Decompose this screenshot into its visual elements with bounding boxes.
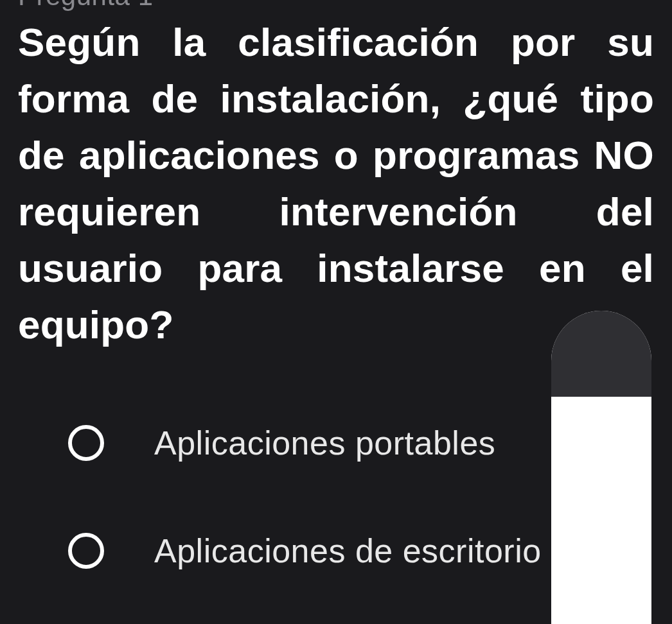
radio-icon [68, 425, 104, 461]
option-label: Aplicaciones de escritorio [154, 532, 542, 570]
scrollbar-track[interactable] [551, 311, 651, 624]
option-label: Aplicaciones portables [154, 424, 495, 462]
question-number-label: Pregunta 1 [18, 0, 654, 12]
radio-icon [68, 533, 104, 569]
question-text: Según la clasificación por su forma de i… [18, 14, 654, 353]
